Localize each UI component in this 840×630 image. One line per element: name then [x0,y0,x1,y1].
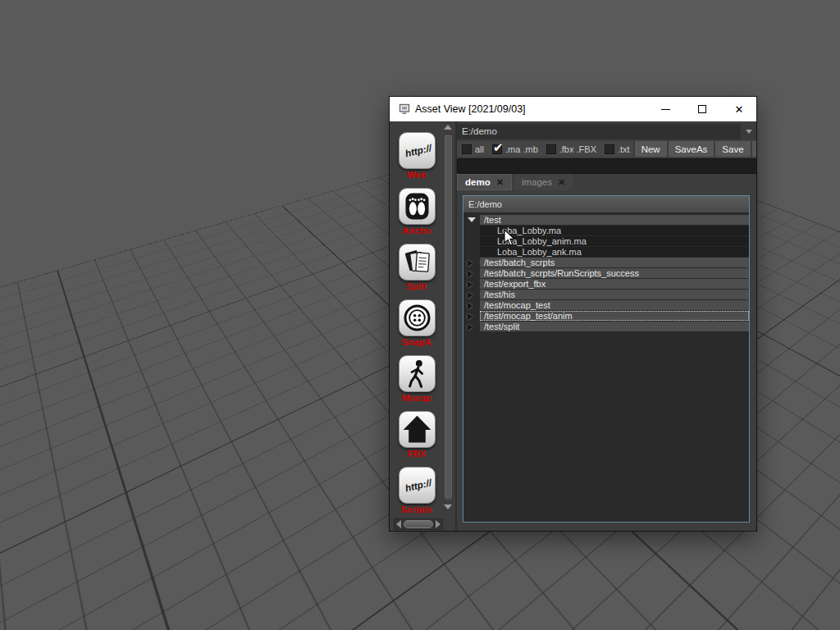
tree-row-label: /test/export_fbx [484,279,546,289]
close-tab-icon[interactable]: ✕ [496,177,504,188]
sidebar-item-label: Mocap [394,393,440,403]
collapsed-arrow-icon[interactable] [468,271,472,277]
chevron-down-icon [746,130,752,134]
tree-row[interactable]: /test/batch_scrpts [463,258,749,268]
tree-row-hit-area[interactable]: /test [480,215,749,225]
sidebar-item-fbx[interactable] [399,411,436,448]
tree-row-label: /test/batch_scrpts [484,258,555,267]
tab-demo[interactable]: demo✕ [457,174,512,190]
path-combobox[interactable]: E:/demo [457,124,756,139]
tree-row-hit-area[interactable]: Loba_Lobby_ank.ma [480,247,749,257]
collapsed-arrow-icon[interactable] [468,292,472,299]
tree-row[interactable]: /test [463,215,749,226]
http-icon: http:// [399,133,435,168]
collapsed-arrow-icon[interactable] [468,260,472,267]
tree-row[interactable]: /test/mocap_test/anim [463,311,749,322]
expanded-arrow-icon[interactable] [468,217,476,222]
tree-row-hit-area[interactable]: Loba_Lobby.ma [480,226,749,235]
sidebar-item-scripts[interactable]: http:// [399,467,436,504]
sidebar-item-mocap[interactable] [399,355,436,392]
tree-row-label: /test/batch_scrpts/RunScripts_success [484,268,639,278]
tree-row-hit-area[interactable]: Loba_Lobby_anim.ma [480,236,749,246]
asset-view-window: Asset View [2021/09/03] ✕ http://WebAnch… [389,96,757,532]
tree-row-hit-area[interactable]: /test/batch_scrpts/RunScripts_success [480,268,749,278]
svg-text:http://: http:// [404,477,433,493]
sidebar-item-split[interactable] [399,244,436,281]
tab-label: images [522,177,552,187]
filter-label: all [475,144,484,154]
tab-bar: demo✕images✕ [457,174,575,190]
sidebar: http://WebAnchoSplitSnapAMocapFBXhttp://… [392,123,455,529]
maximize-button[interactable] [686,97,719,121]
svg-text:http://: http:// [404,142,433,158]
filter-checkbox-mamb[interactable]: ✔ [492,144,502,154]
scroll-right-icon[interactable] [436,520,441,528]
tree-row[interactable]: Loba_Lobby_ank.ma [463,247,749,258]
sidebar-item-label: SnapA [394,337,440,347]
filter-label: .txt [618,144,630,154]
close-button[interactable]: ✕ [723,97,756,121]
sidebar-item-label: FBX [394,449,440,459]
filter-checkbox-txt[interactable] [605,144,614,154]
scroll-up-icon[interactable] [444,125,452,130]
minimize-icon [661,109,670,110]
titlebar[interactable]: Asset View [2021/09/03] ✕ [390,97,756,121]
app-icon [399,103,410,115]
home-arrow-icon [399,412,435,447]
sidebar-item-snapa[interactable] [399,299,436,336]
close-tab-icon[interactable]: ✕ [558,177,565,188]
tree-row[interactable]: /test/mocap_test [463,300,749,311]
saveas-button[interactable]: SaveAs [667,141,714,157]
sidebar-item-label: Web [394,170,440,180]
button-icon [399,300,435,336]
filter-bar: all✔.ma .mb.fbx .FBX.txt NewSaveAsSaveTP… [457,141,756,157]
scroll-down-icon[interactable] [444,504,452,509]
tree-row-label: /test [484,215,501,225]
tree-row-label: /test/split [484,322,519,331]
collapsed-arrow-icon[interactable] [468,324,472,331]
scroll-left-icon[interactable] [396,520,401,528]
tree-column-header[interactable]: E:/demo [463,196,749,213]
sidebar-item-web[interactable]: http:// [399,132,436,169]
save-button[interactable]: Save [714,141,750,157]
tab-images[interactable]: images✕ [514,174,573,190]
maximize-icon [698,105,706,113]
filter-checkbox-fbxFBX[interactable] [546,144,556,154]
collapsed-arrow-icon[interactable] [468,313,472,320]
documents-icon [399,244,435,280]
tree-row-hit-area[interactable]: /test/batch_scrpts [480,258,749,267]
sidebar-vertical-scrollbar[interactable] [443,124,454,513]
tree-row-label: /test/mocap_test/anim [484,311,573,321]
filter-label: .fbx .FBX [559,144,596,154]
scrollbar-thumb[interactable] [445,135,452,498]
tree-row-hit-area[interactable]: /test/split [480,322,749,331]
tree-row-hit-area[interactable]: /test/export_fbx [480,279,749,289]
collapsed-arrow-icon[interactable] [468,303,472,309]
tree-row[interactable]: /test/split [463,322,749,332]
sidebar-item-label: Scripts [394,504,440,514]
http-icon: http:// [399,468,435,503]
filter-checkbox-all[interactable] [462,144,472,154]
sidebar-item-ancho[interactable] [399,188,436,225]
path-dropdown-button[interactable] [741,124,756,139]
tab-label: demo [465,177,491,187]
tree-row-hit-area[interactable]: /test/mocap_test/anim [480,311,749,321]
path-value: E:/demo [462,126,497,136]
collapsed-arrow-icon[interactable] [468,281,472,288]
minimize-button[interactable] [649,97,682,121]
filter-label: .ma .mb [505,144,538,154]
footprints-icon [399,189,435,224]
tree-row[interactable]: /test/his [463,290,749,300]
search-input[interactable] [457,158,756,174]
tpp-button[interactable]: TPP [751,141,756,157]
tree-row[interactable]: /test/export_fbx [463,279,749,290]
sidebar-horizontal-scrollbar[interactable] [394,518,443,530]
new-button[interactable]: New [633,141,667,157]
sidebar-item-label: Split [394,281,440,291]
tree-row[interactable]: /test/batch_scrpts/RunScripts_success [463,268,749,279]
tree-row-hit-area[interactable]: /test/mocap_test [480,300,749,310]
tree-row-label: Loba_Lobby_ank.ma [497,247,582,257]
scrollbar-thumb[interactable] [404,520,433,528]
tree-row-hit-area[interactable]: /test/his [480,290,749,299]
mouse-cursor [504,229,517,247]
